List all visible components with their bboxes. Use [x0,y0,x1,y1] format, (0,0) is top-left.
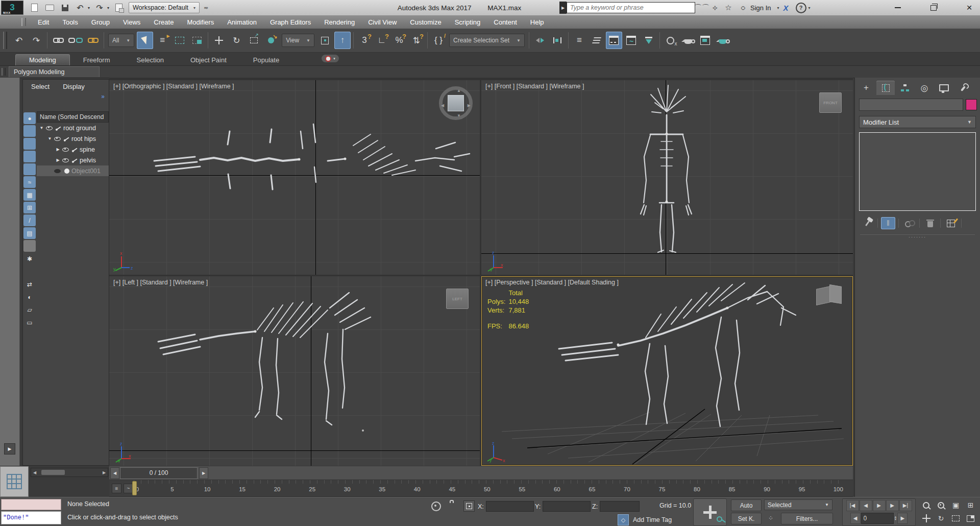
viewport-perspective[interactable]: [+] [Perspective ] [Standard ] [Default … [481,276,853,466]
menu-views[interactable]: Views [116,15,147,29]
isolate-selection-icon[interactable] [431,501,441,511]
command-tab-create[interactable]: + [857,81,875,95]
viewport-front-label[interactable]: [+] [Front ] [Standard ] [Wireframe ] [485,83,584,90]
mirror-button[interactable] [532,32,548,49]
modifier-list-dropdown[interactable]: Modifier List ▼ [859,116,976,128]
auto-key-button[interactable]: Auto [731,499,762,511]
maxscript-listener-macro-pane[interactable] [1,499,61,510]
help-icon[interactable]: ? [796,3,806,13]
sync-selection-toggle[interactable]: ⇄ [23,278,36,290]
redo-dropdown-caret[interactable]: ▾ [107,6,109,10]
orbit-button[interactable]: ↻ [934,512,948,525]
ribbon-config-button[interactable]: ▾ [322,55,339,62]
command-tab-utilities[interactable] [954,81,972,95]
timeline-ruler[interactable]: ≡ ~ 051015202530354045505560657075808590… [109,480,853,497]
spinner-snap-toggle-button[interactable]: ⇅ ? [408,32,425,49]
z-coordinate-field[interactable] [600,501,640,512]
viewcube-mini[interactable]: LEFT [446,289,469,309]
toolbar-grip[interactable] [3,32,7,49]
select-and-place-button[interactable] [263,32,279,49]
next-frame-button[interactable]: ▶ [886,500,899,511]
undo-dropdown-caret[interactable]: ▾ [88,6,90,10]
current-frame-field[interactable] [861,513,894,524]
toolbar-overflow-icon[interactable]: ≂ [204,5,208,11]
object-color-swatch[interactable] [966,99,977,110]
expand-arrow-icon[interactable]: ▶ [55,158,61,162]
modifier-stack[interactable] [859,132,976,211]
command-tab-motion[interactable]: ◎ [915,81,934,95]
rectangular-selection-region-button[interactable] [172,32,188,49]
ribbon-toggle-button[interactable] [606,32,622,49]
layer-explorer-button[interactable]: ≡ [571,32,587,49]
expand-rail-button[interactable]: ▶ [4,443,15,455]
pan-view-button[interactable] [919,512,934,525]
zoom-button[interactable] [919,498,934,512]
sign-in-button[interactable]: Sign In [750,4,771,12]
expand-arrow-icon[interactable]: ▼ [47,136,53,141]
maximize-viewport-toggle-button[interactable] [963,512,978,525]
next-frame-nudge-button[interactable]: ▶ [199,467,208,479]
workspace-dropdown[interactable]: Workspace: Default ▾ [129,2,200,13]
viewcube-front-face[interactable]: FRONT [823,101,838,105]
configure-modifier-sets-button[interactable] [944,217,958,229]
object-name-field[interactable] [859,99,963,111]
key-selection-dropdown[interactable]: Selected ▼ [764,499,832,510]
viewcube-mini[interactable]: FRONT [819,92,842,113]
command-tab-display[interactable] [935,81,953,95]
play-animation-button[interactable]: ▶ [873,500,886,511]
command-tab-hierarchy[interactable] [896,81,914,95]
tree-row-root-ground[interactable]: ▼ root ground [37,123,109,133]
show-end-result-button[interactable]: ‖ [881,217,895,229]
scene-explorer-toggle-button[interactable] [589,32,605,49]
visibility-eye-icon[interactable] [54,137,61,141]
menu-group[interactable]: Group [85,15,116,29]
sign-in-caret-icon[interactable]: ▾ [777,6,779,10]
display-lights-toggle[interactable] [23,138,36,150]
display-xrefs-toggle[interactable]: ⊞ [23,202,36,213]
search-expand-icon[interactable]: ▶ [559,2,567,14]
curve-editor-button[interactable] [623,32,640,49]
render-production-button[interactable] [715,32,731,49]
select-and-move-button[interactable] [211,32,227,49]
x-coordinate-field[interactable] [486,501,534,512]
display-cameras-toggle[interactable] [23,151,36,162]
zoom-all-button[interactable] [934,498,948,512]
polygon-modeling-panel-tab[interactable]: Polygon Modeling [9,66,100,77]
scroll-right-icon[interactable]: ▶ [101,470,108,475]
tree-row-pelvis[interactable]: ▶ pelvis [37,155,109,165]
display-geometry-toggle[interactable]: ● [23,112,36,124]
display-frozen-toggle[interactable]: ✱ [23,253,36,265]
tree-row-object001[interactable]: Object001 [37,165,109,176]
viewport-orthographic-label[interactable]: [+] [Orthographic ] [Standard ] [Wirefra… [113,83,234,90]
menubar-grip[interactable] [21,18,26,26]
explorer-more-chevron[interactable]: » [101,93,105,100]
communication-center-icon[interactable]: ⟡ [708,2,722,14]
display-materials-toggle[interactable]: ◐ [23,291,36,303]
viewcube-mini[interactable] [816,284,843,307]
previous-frame-button[interactable]: ◀ [860,500,872,511]
app-logo-button[interactable]: 3 MAX [1,1,23,15]
scroll-thumb[interactable] [41,470,65,475]
explorer-settings-toggle[interactable]: ▭ [23,317,36,328]
time-slider[interactable]: 0 / 100 [120,467,198,479]
explorer-menu-select[interactable]: Select [31,83,50,90]
set-key-mode-button[interactable]: Set K. [731,513,762,524]
select-object-button[interactable] [137,32,153,49]
ribbon-tab-selection[interactable]: Selection [124,55,177,65]
select-and-manipulate-button[interactable]: ↑ [334,32,351,49]
visibility-eye-icon[interactable] [46,126,53,130]
select-by-name-button[interactable]: ≡ ▸ [154,32,170,49]
search-binoculars-icon[interactable]: ⌒⌒ [695,2,708,14]
set-keys-button[interactable] [693,498,727,526]
absolute-mode-transform-toggle[interactable] [463,500,475,512]
use-pivot-point-center-button[interactable] [317,32,333,49]
visibility-eye-icon[interactable] [62,148,69,152]
render-setup-button[interactable] [680,32,696,49]
menu-rendering[interactable]: Rendering [317,15,361,29]
maxscript-listener-output[interactable]: "Done!" [1,511,61,524]
expand-arrow-icon[interactable]: ▼ [39,126,44,130]
viewcube[interactable]: ▲ ▼ ◀ ▶ [439,86,473,120]
open-file-button[interactable] [44,2,55,13]
create-selection-set-dropdown[interactable]: Create Selection Set▼ [449,34,525,47]
key-filters-button[interactable]: Filters... [781,513,833,524]
